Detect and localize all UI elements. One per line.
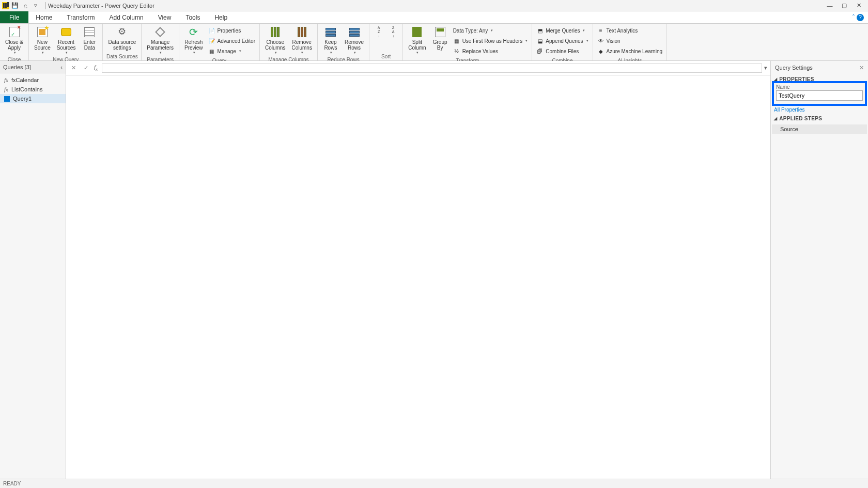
quick-access-toolbar: 💾 ⎌ ▿ (11, 2, 39, 9)
group-label: Data Sources (103, 54, 141, 60)
vision-icon: 👁 (597, 37, 605, 44)
choose-columns-button[interactable]: Choose Columns (262, 25, 288, 56)
queries-title: Queries [3] (3, 64, 31, 70)
collapse-icon[interactable]: ‹ (60, 64, 63, 70)
group-close: Close & Apply Close (0, 24, 29, 60)
close-settings-button[interactable]: ✕ (859, 65, 864, 71)
editor-icon: 📝 (208, 37, 215, 44)
table-icon: ▦ (453, 37, 460, 44)
tab-help[interactable]: Help (207, 11, 235, 23)
help-icon[interactable]: ? (857, 14, 864, 21)
manage-button[interactable]: ▦Manage (208, 46, 255, 56)
recent-sources-button[interactable]: Recent Sources (54, 25, 79, 56)
file-tab[interactable]: File (0, 11, 28, 23)
query-item-fxcalendar[interactable]: fxfxCalendar (0, 75, 66, 85)
advanced-editor-button[interactable]: 📝Advanced Editor (208, 36, 255, 45)
group-ai-insights: ≡Text Analytics 👁Vision ◆Azure Machine L… (593, 24, 667, 60)
query-item-listcontains[interactable]: fxListContains (0, 85, 66, 94)
tab-add-column[interactable]: Add Column (102, 11, 151, 23)
group-new-query: ★New Source Recent Sources Enter Data Ne… (29, 24, 103, 60)
group-data-sources: ⚙Data source settings Data Sources (103, 24, 142, 60)
replace-icon: ½ (453, 48, 460, 55)
settings-title: Query Settings (775, 65, 813, 71)
remove-columns-button[interactable]: Remove Columns (288, 25, 315, 56)
commit-formula-button[interactable]: ✓ (82, 65, 90, 71)
append-queries-button[interactable]: ⬓Append Queries (536, 36, 588, 45)
window-title: Weekday Parameter - Power Query Editor (48, 3, 154, 9)
maximize-button[interactable]: ▢ (837, 1, 851, 11)
tab-transform[interactable]: Transform (59, 11, 102, 23)
window-controls: — ▢ ✕ (823, 1, 866, 11)
fx-icon: fx (4, 86, 8, 92)
settings-header: Query Settings ✕ (771, 61, 868, 74)
undo-icon[interactable]: ⎌ (22, 2, 29, 9)
combine-files-button[interactable]: 🗐Combine Files (536, 46, 588, 56)
minimize-button[interactable]: — (823, 1, 837, 11)
manage-parameters-button[interactable]: Manage Parameters (144, 25, 177, 56)
queries-list: fxfxCalendar fxListContains Query1 (0, 73, 66, 105)
properties-button[interactable]: 📄Properties (208, 26, 255, 35)
keep-rows-button[interactable]: Keep Rows (320, 25, 342, 56)
save-icon[interactable]: 💾 (11, 2, 19, 9)
formula-dropdown[interactable]: ▾ (764, 65, 767, 71)
main-column: ✕ ✓ fx ▾ (66, 61, 771, 479)
queries-pane: Queries [3] ‹ fxfxCalendar fxListContain… (0, 61, 66, 479)
ml-icon: ◆ (597, 48, 605, 55)
tab-view[interactable]: View (151, 11, 179, 23)
group-query: ⟳Refresh Preview 📄Properties 📝Advanced E… (179, 24, 260, 60)
work-area: Queries [3] ‹ fxfxCalendar fxListContain… (0, 61, 868, 479)
all-properties-link[interactable]: All Properties (771, 106, 868, 114)
azure-ml-button[interactable]: ◆Azure Machine Learning (597, 46, 662, 56)
sort-asc-button[interactable]: AZ↓ (371, 25, 386, 40)
enter-data-button[interactable]: Enter Data (79, 25, 100, 52)
new-source-button[interactable]: ★New Source (31, 25, 54, 56)
replace-values-button[interactable]: ½Replace Values (453, 46, 528, 56)
text-analytics-button[interactable]: ≡Text Analytics (597, 26, 662, 35)
close-button[interactable]: ✕ (851, 1, 866, 11)
fx-icon: fx (94, 64, 98, 72)
first-row-headers-button[interactable]: ▦Use First Row as Headers (453, 36, 528, 45)
app-icon (2, 2, 9, 9)
fx-icon: fx (4, 77, 8, 83)
ribbon-collapse[interactable]: ˆ? (848, 11, 868, 23)
refresh-preview-button[interactable]: ⟳Refresh Preview (181, 25, 206, 56)
append-icon: ⬓ (536, 37, 544, 44)
query-name-input[interactable] (776, 90, 863, 101)
split-column-button[interactable]: Split Column (405, 25, 429, 56)
merge-queries-button[interactable]: ⬒Merge Queries (536, 26, 588, 35)
manage-icon: ▦ (208, 48, 215, 55)
group-by-button[interactable]: Group By (429, 25, 451, 52)
preview-area (66, 75, 770, 479)
close-apply-button[interactable]: Close & Apply (2, 25, 26, 56)
query-item-query1[interactable]: Query1 (0, 94, 66, 103)
name-highlight-box: Name (772, 81, 867, 106)
data-type-button[interactable]: Data Type: Any (453, 26, 528, 35)
group-manage-columns: Choose Columns Remove Columns Manage Col… (260, 24, 318, 60)
sort-desc-button[interactable]: ZA↓ (386, 25, 400, 40)
query-settings-pane: Query Settings ✕ ◢PROPERTIES Name All Pr… (771, 61, 868, 479)
group-label: Sort (369, 54, 402, 60)
merge-icon: ⬒ (536, 27, 544, 34)
group-combine: ⬒Merge Queries ⬓Append Queries 🗐Combine … (532, 24, 593, 60)
name-label: Name (776, 84, 863, 90)
applied-steps-header[interactable]: ◢APPLIED STEPS (771, 114, 868, 123)
text-analytics-icon: ≡ (597, 27, 605, 34)
status-text: READY (3, 481, 21, 486)
tab-tools[interactable]: Tools (178, 11, 207, 23)
data-source-settings-button[interactable]: ⚙Data source settings (105, 25, 139, 52)
queries-header[interactable]: Queries [3] ‹ (0, 61, 66, 73)
remove-rows-button[interactable]: Remove Rows (342, 25, 367, 56)
cancel-formula-button[interactable]: ✕ (69, 65, 78, 71)
properties-icon: 📄 (208, 27, 215, 34)
group-reduce-rows: Keep Rows Remove Rows Reduce Rows (318, 24, 369, 60)
step-source[interactable]: Source (772, 124, 867, 134)
title-bar: 💾 ⎌ ▿ Weekday Parameter - Power Query Ed… (0, 0, 868, 11)
status-bar: READY (0, 479, 868, 488)
redo-icon[interactable]: ▿ (32, 2, 39, 9)
table-icon (4, 96, 10, 102)
ribbon: Close & Apply Close ★New Source Recent S… (0, 24, 868, 61)
menu-bar: File Home Transform Add Column View Tool… (0, 11, 868, 24)
formula-input[interactable] (102, 64, 762, 73)
tab-home[interactable]: Home (28, 11, 59, 23)
vision-button[interactable]: 👁Vision (597, 36, 662, 45)
